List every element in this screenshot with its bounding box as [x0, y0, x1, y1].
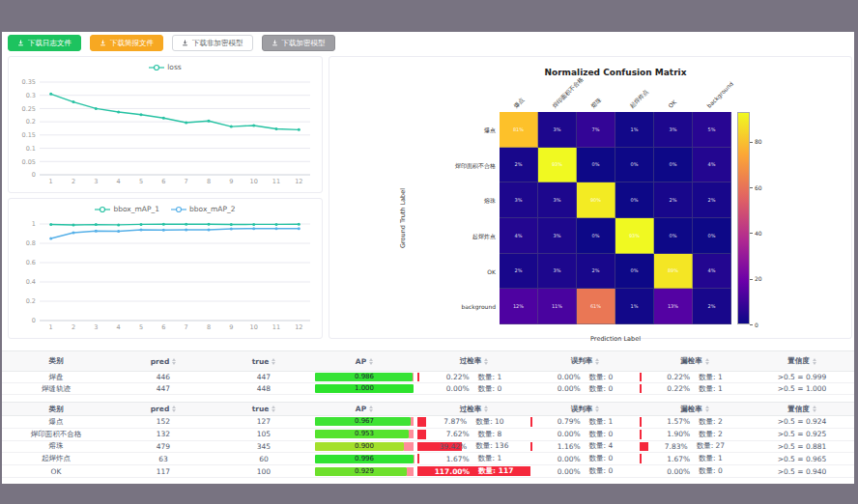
sort-desc-icon[interactable]	[595, 409, 599, 412]
ap-value: 0.900	[315, 442, 414, 451]
sort-caret[interactable]	[705, 406, 709, 412]
sort-asc-icon[interactable]	[813, 406, 816, 408]
column-header-label: 类别	[49, 405, 64, 414]
table-row: 起焊炸点63600.9961.67%数量: 10.00%数量: 01.67%数量…	[2, 453, 854, 465]
sort-caret[interactable]	[484, 406, 488, 412]
column-header-pred[interactable]: pred	[110, 350, 216, 372]
matrix-col-label: 熔珠	[590, 97, 603, 109]
column-header-over-rate[interactable]: 过检率	[417, 350, 530, 372]
sort-desc-icon[interactable]	[705, 409, 709, 412]
matrix-cell: 0%	[654, 218, 693, 254]
pred-cell: 63	[110, 453, 216, 465]
sort-desc-icon[interactable]	[272, 362, 275, 365]
sort-caret[interactable]	[813, 406, 816, 412]
sort-caret[interactable]	[172, 358, 176, 365]
confidence-cell: >0.5 = 0.965	[750, 453, 854, 465]
svg-text:5: 5	[139, 323, 143, 331]
matrix-cell: 13%	[654, 289, 693, 324]
sort-desc-icon[interactable]	[595, 362, 599, 365]
sort-asc-icon[interactable]	[484, 406, 488, 408]
sort-asc-icon[interactable]	[272, 358, 275, 361]
svg-text:11: 11	[272, 178, 280, 185]
sort-caret[interactable]	[705, 358, 709, 365]
column-header-confidence[interactable]: 置信度	[750, 402, 854, 416]
column-header-over-rate[interactable]: 过检率	[417, 402, 530, 416]
sort-desc-icon[interactable]	[369, 409, 373, 412]
matrix-cell: 2%	[577, 254, 615, 290]
matrix-row-label: 焊印面积不合格	[443, 162, 496, 169]
column-header-pred[interactable]: pred	[110, 402, 216, 416]
column-header-label: true	[252, 405, 270, 413]
download-encrypted-model-button[interactable]: 下载加密模型	[262, 35, 335, 51]
column-header-misjudge-rate[interactable]: 误判率	[530, 402, 640, 416]
matrix-cell: 5%	[693, 112, 731, 148]
sort-asc-icon[interactable]	[813, 358, 816, 361]
column-header-misjudge-rate[interactable]: 误判率	[530, 350, 640, 372]
misjudge-rate-cell: 0.00%数量: 0	[530, 383, 640, 395]
download-report-button[interactable]: 下载简报文件	[90, 35, 163, 51]
svg-text:2: 2	[72, 323, 75, 331]
sort-caret[interactable]	[369, 406, 373, 412]
sort-asc-icon[interactable]	[172, 406, 176, 408]
sort-desc-icon[interactable]	[369, 362, 373, 365]
rate-text: 0.00%数量: 0	[530, 383, 640, 394]
sort-asc-icon[interactable]	[369, 358, 373, 361]
svg-text:0.3: 0.3	[26, 92, 36, 99]
sort-asc-icon[interactable]	[484, 358, 488, 361]
matrix-row-label: 起焊炸点	[443, 233, 496, 239]
sort-desc-icon[interactable]	[172, 409, 176, 412]
column-header-true[interactable]: true	[216, 402, 311, 416]
class-name-cell: 焊印面积不合格	[2, 429, 110, 441]
sort-caret[interactable]	[595, 406, 599, 412]
matrix-cell: 2%	[654, 182, 693, 218]
sort-asc-icon[interactable]	[595, 406, 599, 408]
sort-desc-icon[interactable]	[705, 362, 709, 365]
ap-bar: 0.967	[315, 417, 414, 426]
column-header-confidence[interactable]: 置信度	[750, 350, 854, 372]
sort-asc-icon[interactable]	[272, 406, 275, 408]
rate-count: 数量: 0	[589, 454, 614, 463]
sort-caret[interactable]	[813, 358, 816, 365]
rate-text: 1.67%数量: 1	[417, 453, 530, 464]
sort-caret[interactable]	[172, 406, 176, 412]
sort-caret[interactable]	[272, 406, 275, 412]
matrix-cell: 12%	[500, 289, 538, 324]
sort-desc-icon[interactable]	[484, 409, 488, 412]
legend-marker	[95, 206, 110, 213]
sort-asc-icon[interactable]	[172, 358, 176, 361]
ap-bar: 0.900	[315, 442, 414, 451]
download-plain-model-button[interactable]: 下载非加密模型	[172, 35, 253, 51]
sort-desc-icon[interactable]	[813, 409, 816, 412]
sort-asc-icon[interactable]	[369, 406, 373, 408]
sort-caret[interactable]	[272, 358, 275, 365]
column-header-ap[interactable]: AP	[311, 402, 417, 416]
rate-text: 7.87%数量: 10	[417, 416, 530, 428]
sort-asc-icon[interactable]	[705, 406, 709, 408]
ap-bar: 0.986	[315, 373, 414, 381]
column-header-miss-rate[interactable]: 漏检率	[640, 350, 750, 372]
matrix-cell: 90%	[577, 182, 615, 218]
sort-desc-icon[interactable]	[172, 362, 176, 365]
sort-caret[interactable]	[484, 358, 488, 365]
sort-desc-icon[interactable]	[484, 362, 488, 365]
rate-percent: 0.00%	[558, 373, 581, 381]
legend-item[interactable]: loss	[149, 63, 182, 71]
sort-asc-icon[interactable]	[595, 358, 599, 361]
matrix-col-label: 起焊炸点	[629, 89, 649, 109]
legend-item[interactable]: bbox_mAP_2	[171, 205, 236, 213]
legend-item[interactable]: bbox_mAP_1	[95, 205, 159, 213]
rate-percent: 1.67%	[446, 455, 470, 463]
true-cell: 60	[216, 453, 311, 465]
column-header-true[interactable]: true	[216, 350, 311, 372]
column-header-ap[interactable]: AP	[311, 350, 417, 372]
sort-caret[interactable]	[595, 358, 599, 365]
matrix-row-label: background	[443, 303, 496, 310]
download-log-button[interactable]: 下载日志文件	[8, 35, 81, 51]
sort-desc-icon[interactable]	[813, 362, 816, 365]
svg-text:1: 1	[49, 178, 53, 185]
sort-caret[interactable]	[369, 358, 373, 365]
confidence-cell: >0.5 = 1.000	[750, 383, 854, 395]
sort-asc-icon[interactable]	[705, 358, 709, 361]
column-header-miss-rate[interactable]: 漏检率	[640, 402, 750, 416]
sort-desc-icon[interactable]	[272, 409, 275, 412]
